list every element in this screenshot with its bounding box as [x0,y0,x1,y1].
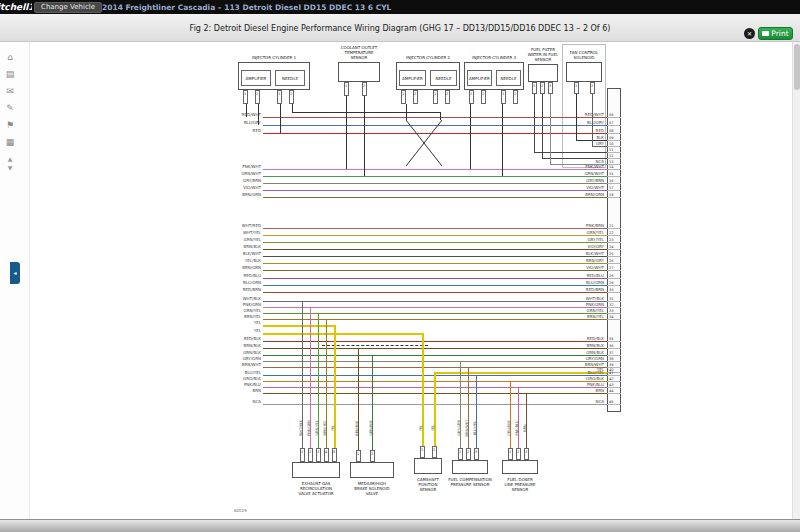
notes-icon[interactable]: ✎ [2,101,18,115]
connector-row [607,152,621,153]
pin-number: 37 [609,351,613,355]
pin-number: 16 [609,179,613,183]
pin-number: 10 [609,142,613,146]
wire-label: BRN/GRN [234,265,261,270]
wire-label-vertical: BRN [521,415,529,441]
wire-label-vertical: YEL [329,415,337,441]
diagram-canvas[interactable]: RED/WHTRED/WHT06BLU/GRYBLU/GRY07REDRED08… [0,0,800,532]
connector-row [607,158,621,159]
connector-row [607,319,621,320]
pin-number: 2 [363,84,365,88]
pin-number: 25 [609,252,613,256]
change-vehicle-button[interactable]: Change Vehicle [34,2,102,13]
collapse-panel-button[interactable]: ◂ [10,262,20,284]
wire [406,104,407,120]
wire [263,307,607,308]
pin-number: 26 [609,259,613,263]
close-figure-button[interactable]: ✕ [744,28,755,39]
pin-number: 38 [609,357,613,361]
pin-number: 1 [244,92,246,96]
wire-label: BRN/GRN [234,192,261,197]
chevron-left-icon: ◂ [13,269,16,276]
connector-row [607,270,621,271]
component-box [528,64,558,82]
wire-label: GRN/YEL [575,308,604,313]
wire-label: RED/BLU [575,273,604,278]
connector-row [607,183,621,184]
wire-label: BLU/GRY [575,120,604,125]
wire [440,112,441,120]
figure-code: 62029 [234,508,247,513]
component-box [350,462,394,478]
pin-number: 18 [609,193,613,197]
pin-number: 1 [575,84,577,88]
home-icon[interactable]: ⌂ [2,50,18,64]
wire-label: GRY/BRN [234,178,261,183]
wire-label: WHT/YEL [234,230,261,235]
pin-number: 31 [609,297,613,301]
wire-label: GRY/GRN [234,356,261,361]
pin-number: 4 [325,450,327,454]
wire-label: PNK/BRN [575,223,604,228]
pin-number: 2 [414,92,416,96]
wire-label: RED [575,128,604,133]
pin-number: 22 [609,231,613,235]
pin-number: 2 [446,92,448,96]
vehicle-title: 2014 Freightliner Cascadia – 113 Detroit… [102,3,391,12]
component-box [566,62,602,82]
pin-number: 1 [345,84,347,88]
pin-number: 2 [467,450,469,454]
wire-label: VIO/GRY [575,244,604,249]
wire-label: ORG/BLK [575,376,604,381]
pin-number: 32 [609,303,613,307]
wire-label: BRN/BLK [234,343,261,348]
wire-label: BLU/YEL [575,370,604,375]
wire-label: PNK/WHT [575,164,604,169]
pin-number: 1 [434,92,436,96]
wire-label-vertical: YEL [417,415,425,441]
wire [246,104,247,117]
pin-number: 1 [421,448,423,452]
email-icon[interactable]: ✉ [2,84,18,98]
wire-label-vertical: BRN/WHT [463,415,471,441]
connector-row [607,235,621,236]
wire-label-vertical: ORG/BLK [505,415,513,441]
print-button[interactable]: Print [758,27,793,40]
pin-number: 1 [470,92,472,96]
connector-row [607,381,621,382]
component-box [414,458,442,474]
pin-number: 2 [482,92,484,96]
pin-number: 39 [609,363,613,367]
connector-row [607,249,621,250]
pin-number: 2 [371,452,373,456]
component-title: VALVE [336,491,408,496]
connector-row [607,301,621,302]
pin-number: 33 [609,309,613,313]
bookmark-icon[interactable]: ⚑ [2,118,18,132]
print-icon[interactable]: ▤ [2,67,18,81]
wire [263,278,607,279]
scroll-down-icon[interactable]: ▼ [2,161,18,175]
connector-row [607,197,621,198]
wire-label: GRY/BRN [575,178,604,183]
scrollbar-thumb[interactable] [794,44,800,90]
connector-row [607,307,621,308]
wire [263,235,607,236]
wire [263,176,607,177]
wire [592,146,607,147]
scrollbar-track[interactable] [792,42,800,519]
pin-number: 2 [517,450,519,454]
wire-label: ORG/BLK [234,376,261,381]
wire [263,313,607,314]
wire-label: BLU/GRN [575,280,604,285]
layers-icon[interactable]: ▦ [2,135,18,149]
pin-number: 42 [609,377,613,381]
wire [263,133,607,134]
wire-label-vertical: GRY/GRN [455,415,463,441]
pin-number: 1 [502,92,504,96]
wire-label: BLU/GRY [234,120,261,125]
wire-label: GRN/YEL [575,230,604,235]
wire-label: RED/BRN [575,287,604,292]
pin-number: 27 [609,266,613,270]
wire-label: NCA [575,399,604,404]
